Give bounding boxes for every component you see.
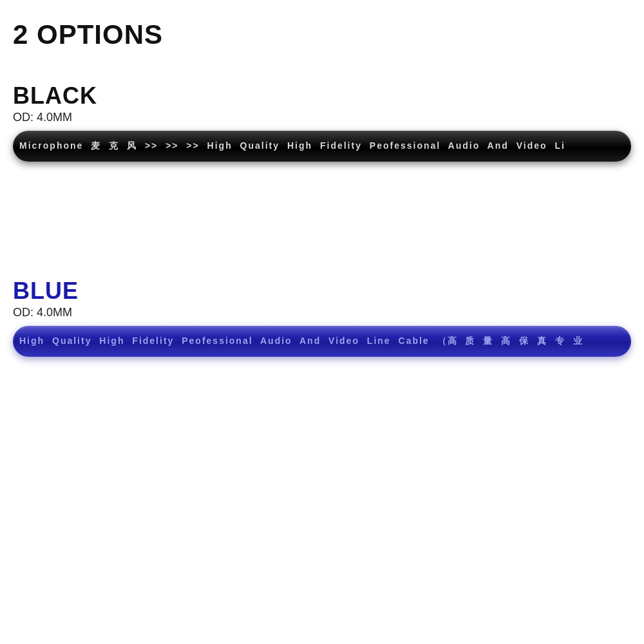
black-od-label: OD: 4.0MM xyxy=(13,111,631,124)
page-title: 2 OPTIONS xyxy=(13,19,631,50)
blue-color-label: BLUE xyxy=(13,278,631,305)
blue-cable-text: High Quality High Fidelity Peofessional … xyxy=(13,336,583,347)
black-cable-bar: Microphone 麦 克 风 >> >> >> High Quality H… xyxy=(13,131,631,162)
option-blue: BLUE OD: 4.0MM High Quality High Fidelit… xyxy=(13,278,631,357)
black-color-label: BLACK xyxy=(13,82,631,109)
option-black: BLACK OD: 4.0MM Microphone 麦 克 风 >> >> >… xyxy=(13,82,631,162)
blue-od-label: OD: 4.0MM xyxy=(13,306,631,319)
page-container: 2 OPTIONS BLACK OD: 4.0MM Microphone 麦 克… xyxy=(0,0,644,644)
black-cable-text: Microphone 麦 克 风 >> >> >> High Quality H… xyxy=(13,140,565,152)
blue-cable-bar: High Quality High Fidelity Peofessional … xyxy=(13,326,631,357)
